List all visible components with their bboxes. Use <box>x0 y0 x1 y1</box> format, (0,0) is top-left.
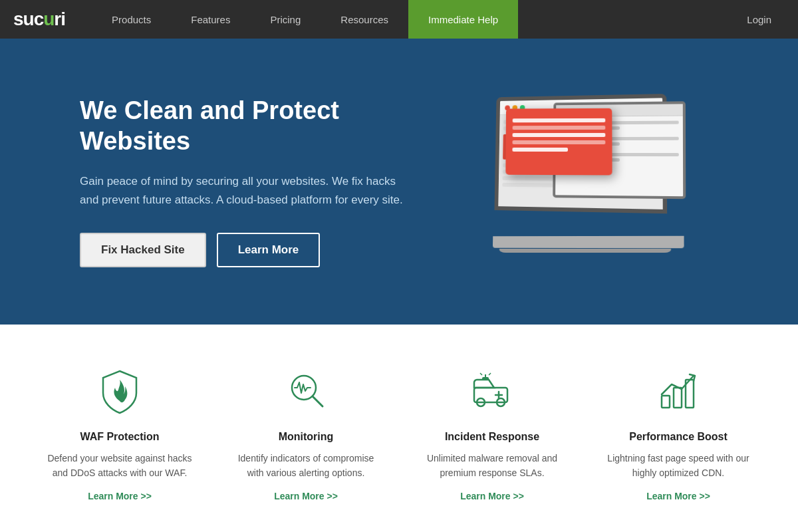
incident-learn-more[interactable]: Learn More >> <box>460 491 524 501</box>
hero-buttons: Fix Hacked Site Learn More <box>80 233 412 267</box>
monitoring-learn-more[interactable]: Learn More >> <box>274 491 338 501</box>
svg-rect-12 <box>674 388 682 408</box>
navbar: sucuri Products Features Pricing Resourc… <box>0 0 798 39</box>
hero-content: We Clean and Protect Websites Gain peace… <box>80 96 412 267</box>
nav-login[interactable]: Login <box>733 14 785 25</box>
monitoring-desc: Identify indicators of compromise with v… <box>233 451 379 481</box>
shield-fire-icon <box>93 364 146 418</box>
nav-features[interactable]: Features <box>171 0 250 39</box>
ambulance-icon <box>466 364 519 418</box>
nav-immediate-help[interactable]: Immediate Help <box>408 0 518 39</box>
svg-rect-7 <box>482 377 489 380</box>
laptop-stand <box>498 249 672 253</box>
nav-pricing[interactable]: Pricing <box>250 0 321 39</box>
nav-products[interactable]: Products <box>92 0 171 39</box>
hero-illustration <box>412 88 745 275</box>
hero-subtitle: Gain peace of mind by securing all your … <box>80 172 412 208</box>
chart-up-icon <box>652 364 705 418</box>
monitoring-title: Monitoring <box>233 431 379 443</box>
feature-waf: WAF Protection Defend your website again… <box>40 364 200 502</box>
logo[interactable]: sucuri <box>13 9 65 30</box>
laptop-graphic <box>485 88 672 275</box>
waf-desc: Defend your website against hacks and DD… <box>47 451 193 481</box>
fix-hacked-site-button[interactable]: Fix Hacked Site <box>80 233 206 267</box>
performance-learn-more[interactable]: Learn More >> <box>646 491 710 501</box>
feature-performance: Performance Boost Lightning fast page sp… <box>598 364 758 502</box>
nav-resources[interactable]: Resources <box>321 0 408 39</box>
hero-section: We Clean and Protect Websites Gain peace… <box>0 39 798 325</box>
waf-learn-more[interactable]: Learn More >> <box>88 491 152 501</box>
svg-line-9 <box>480 373 482 375</box>
learn-more-button[interactable]: Learn More <box>217 233 321 267</box>
svg-line-1 <box>313 396 323 406</box>
features-section: WAF Protection Defend your website again… <box>0 325 798 532</box>
svg-rect-11 <box>662 396 670 408</box>
incident-title: Incident Response <box>419 431 565 443</box>
feature-incident: Incident Response Unlimited malware remo… <box>412 364 572 502</box>
feature-monitoring: Monitoring Identify indicators of compro… <box>226 364 386 502</box>
svg-line-10 <box>489 373 491 375</box>
waf-title: WAF Protection <box>47 431 193 443</box>
performance-title: Performance Boost <box>605 431 751 443</box>
laptop-base <box>493 236 684 249</box>
incident-desc: Unlimited malware removal and premium re… <box>419 451 565 481</box>
alert-card <box>505 108 612 176</box>
search-pulse-icon <box>279 364 332 418</box>
nav-links: Products Features Pricing Resources Imme… <box>92 0 733 39</box>
performance-desc: Lightning fast page speed with our highl… <box>605 451 751 481</box>
hero-title: We Clean and Protect Websites <box>80 96 412 156</box>
